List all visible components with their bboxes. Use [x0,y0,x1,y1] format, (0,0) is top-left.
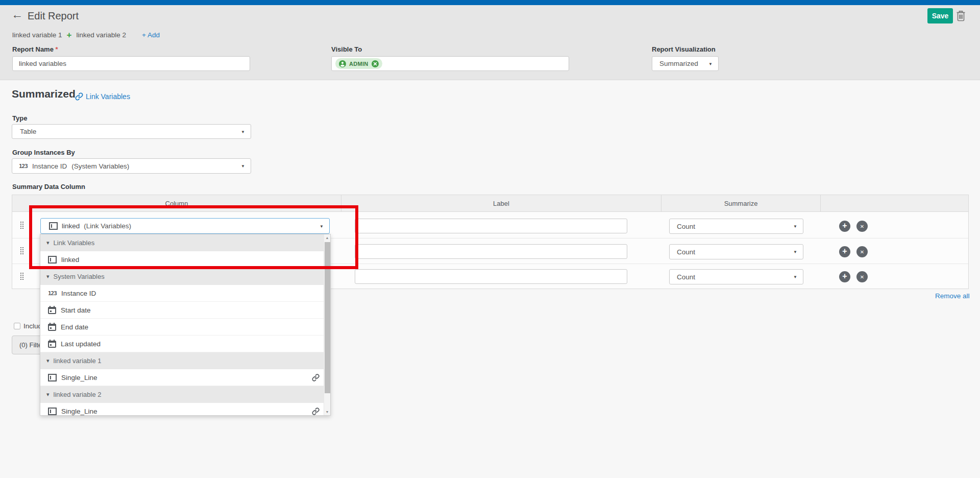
link-variables-link[interactable]: Link Variables [75,92,130,101]
chevron-down-icon: ▼ [793,275,797,279]
plus-icon: + [67,31,72,39]
label-header: Label [341,195,662,211]
dropdown-group-link-variables[interactable]: ▾Link Variables [40,234,324,251]
dropdown-group-linked-variable-1[interactable]: ▾linked variable 1 [40,352,324,369]
drag-handle[interactable] [20,247,24,255]
remove-row-button[interactable]: ✕ [856,246,868,257]
calendar-icon [48,341,56,348]
scrollbar-thumb[interactable] [325,242,330,393]
dropdown-option-label: Single_Line [61,374,97,381]
single-line-icon [48,408,57,415]
required-asterisk: * [56,45,58,53]
dropdown-option-label: Last updated [61,340,101,348]
dropdown-option-single-line[interactable]: Single_Line [40,403,324,416]
dropdown-option-label: linked [61,256,79,264]
dropdown-option-instance-id[interactable]: 123Instance ID [40,285,324,302]
linked-variables-bar: linked variable 1 + linked variable 2 + … [12,31,160,39]
drag-handle[interactable] [20,221,24,229]
summarize-header: Summarize [662,195,821,211]
dropdown-option-linked[interactable]: linked [40,251,324,268]
remove-all-link[interactable]: Remove all [935,292,970,300]
dropdown-scrollbar[interactable]: ▲ ▼ [324,234,330,415]
dropdown-group-label: System Variables [54,273,105,280]
admin-chip: ADMIN [335,58,382,69]
report-name-input[interactable] [12,56,250,71]
remove-row-button[interactable]: ✕ [856,221,868,232]
chevron-down-icon: ▼ [708,61,713,66]
add-row-button[interactable]: + [839,246,850,257]
include-checkbox-label: Includ [23,322,42,330]
summary-table-header: Column Label Summarize [12,195,968,212]
column-select-row-1[interactable]: linked (Link Variables) ▼ [40,218,330,234]
report-visualization-label: Report Visualization [652,45,716,53]
include-checkbox[interactable] [14,323,20,329]
chevron-down-icon: ▼ [793,250,797,254]
label-input-row-2[interactable] [355,244,627,259]
group-instances-by-label: Group Instances By [12,149,75,156]
remove-admin-icon[interactable] [372,60,379,67]
summarize-select-row-3[interactable]: Count ▼ [669,269,803,284]
dropdown-group-linked-variable-2[interactable]: ▾linked variable 2 [40,386,324,403]
label-input-row-3[interactable] [355,269,627,284]
column-header: Column [12,195,341,211]
back-arrow-icon[interactable]: ← [11,9,23,20]
group-instances-by-select[interactable]: 123 Instance ID (System Variables) ▼ [12,158,251,174]
drag-handle[interactable] [20,272,24,280]
dropdown-group-system-variables[interactable]: ▾System Variables [40,268,324,285]
linked-variable-2-label[interactable]: linked variable 2 [77,31,127,39]
link-chain-icon [75,92,83,101]
link-chain-icon [312,374,320,381]
remove-row-button[interactable]: ✕ [856,271,868,282]
add-row-button[interactable]: + [839,221,850,232]
dropdown-option-single-line[interactable]: Single_Line [40,369,324,386]
scroll-down-icon[interactable]: ▼ [324,410,330,414]
actions-header [821,195,968,211]
section-heading: Summarized [12,88,76,100]
type-label: Type [12,114,27,122]
edit-report-page: ← Edit Report Save linked variable 1 + l… [0,0,980,478]
collapse-caret-icon: ▾ [46,240,50,246]
scroll-up-icon[interactable]: ▲ [324,236,330,240]
top-accent-bar [0,0,980,5]
single-line-icon [49,222,58,230]
chevron-down-icon: ▼ [320,224,324,228]
calendar-icon [48,307,56,314]
add-variable-link[interactable]: + Add [142,31,160,39]
dropdown-option-label: Single_Line [61,408,97,415]
linked-variable-1-label[interactable]: linked variable 1 [12,31,62,39]
report-visualization-select[interactable]: Summarized ▼ [652,56,719,71]
dropdown-group-label: linked variable 1 [54,357,102,365]
dropdown-option-last-updated[interactable]: Last updated [40,336,324,352]
dropdown-option-label: Instance ID [61,290,96,297]
label-input-row-1[interactable] [355,219,627,233]
number-type-icon: 123 [19,163,28,170]
dropdown-option-start-date[interactable]: Start date [40,302,324,319]
column-dropdown-panel: ▾Link Variableslinked▾System Variables12… [40,234,331,416]
page-title: Edit Report [28,10,79,22]
collapse-caret-icon: ▾ [46,391,50,398]
report-name-label: Report Name * [12,45,58,53]
delete-report-icon[interactable] [955,10,966,23]
single-line-icon [48,256,57,264]
dropdown-option-end-date[interactable]: End date [40,319,324,336]
number-type-icon: 123 [48,290,57,297]
dropdown-group-label: Link Variables [54,239,95,247]
type-select[interactable]: Table ▼ [12,124,251,139]
summarize-select-row-2[interactable]: Count ▼ [669,244,803,259]
dropdown-option-label: End date [61,323,88,331]
chevron-down-icon: ▼ [793,224,797,229]
dropdown-group-label: linked variable 2 [54,391,102,398]
collapse-caret-icon: ▾ [46,273,50,280]
admin-chip-label: ADMIN [349,61,369,67]
collapse-caret-icon: ▾ [46,357,50,364]
visible-to-label: Visible To [331,45,362,53]
user-icon [339,60,346,67]
summarize-select-row-1[interactable]: Count ▼ [669,219,803,234]
chevron-down-icon: ▼ [241,164,245,169]
visible-to-field[interactable]: ADMIN [331,56,569,71]
link-chain-icon [312,408,320,415]
save-button[interactable]: Save [927,8,953,23]
single-line-icon [48,374,57,381]
add-row-button[interactable]: + [839,271,850,282]
calendar-icon [48,324,56,331]
